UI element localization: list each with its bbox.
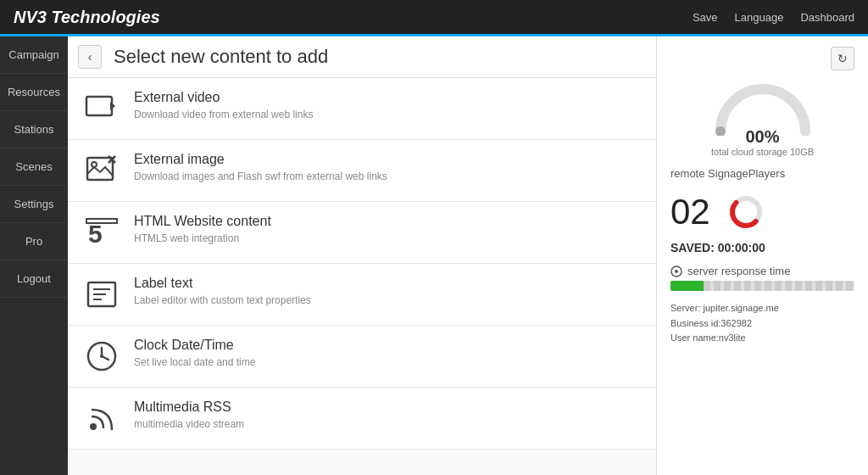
item-title: Label text: [134, 276, 311, 291]
remote-row: 02: [670, 193, 854, 231]
item-title: Multimedia RSS: [134, 400, 244, 415]
external-image-icon: [83, 152, 120, 189]
sidebar-item-campaign[interactable]: Campaign: [0, 36, 68, 74]
server-response-rest: [704, 281, 854, 291]
item-text: Label text Label editor with custom text…: [134, 276, 311, 306]
item-desc: Download video from external web links: [134, 109, 313, 120]
layout: Campaign Resources Stations Scenes Setti…: [0, 36, 868, 475]
app-logo: NV3 Technologies: [14, 8, 160, 27]
remote-signage-label: remote SignagePlayers: [670, 167, 854, 180]
server-response-fill: [670, 281, 704, 291]
storage-gauge: 00% total cloud storage 10GB: [670, 81, 854, 157]
item-text: Multimedia RSS multimedia video stream: [134, 400, 244, 430]
list-item[interactable]: 5 HTML Website content HTML5 web integra…: [68, 202, 656, 264]
sidebar-item-resources[interactable]: Resources: [0, 74, 68, 111]
right-panel: ↻ 00% total cloud storage 10GB remote Si…: [656, 36, 868, 475]
save-nav-link[interactable]: Save: [693, 11, 718, 24]
server-info: Server: jupiter.signage.me Business id:3…: [670, 301, 854, 346]
external-video-icon: [83, 90, 120, 127]
svg-point-13: [100, 355, 103, 358]
top-nav: NV3 Technologies Save Language Dashboard: [0, 0, 868, 34]
sidebar-item-pro[interactable]: Pro: [0, 223, 68, 260]
storage-label: total cloud storage 10GB: [711, 147, 814, 157]
server-response-bar: [670, 281, 854, 291]
item-text: Clock Date/Time Set live local date and …: [134, 338, 255, 368]
remote-count: 02: [670, 194, 710, 230]
signage-status-icon: [727, 193, 765, 231]
back-button[interactable]: ‹: [78, 45, 102, 69]
html5-icon: 5: [83, 214, 120, 251]
sidebar-item-logout[interactable]: Logout: [0, 260, 68, 298]
clock-icon: [83, 338, 120, 375]
svg-rect-0: [86, 97, 112, 115]
svg-point-14: [90, 423, 97, 430]
item-title: HTML Website content: [134, 214, 271, 229]
sidebar-item-settings[interactable]: Settings: [0, 186, 68, 223]
item-desc: Label editor with custom text properties: [134, 294, 311, 306]
server-icon: [670, 265, 682, 277]
list-item[interactable]: External image Download images and Flash…: [68, 140, 656, 202]
item-desc: HTML5 web integration: [134, 232, 271, 244]
item-title: External video: [134, 90, 313, 105]
dashboard-nav-link[interactable]: Dashboard: [800, 11, 854, 24]
item-text: External video Download video from exter…: [134, 90, 313, 120]
nav-links: Save Language Dashboard: [693, 11, 854, 24]
item-title: Clock Date/Time: [134, 338, 255, 353]
server-response-section: server response time: [670, 265, 854, 291]
main-panel: ‹ Select new content to add External vid…: [68, 36, 656, 475]
rss-icon: [83, 400, 120, 437]
item-text: HTML Website content HTML5 web integrati…: [134, 214, 271, 244]
item-text: External image Download images and Flash…: [134, 152, 387, 182]
refresh-button[interactable]: ↻: [831, 47, 854, 70]
sidebar: Campaign Resources Stations Scenes Setti…: [0, 36, 68, 475]
user-name: User name:nv3lite: [670, 331, 854, 346]
server-address: Server: jupiter.signage.me: [670, 301, 854, 316]
label-text-icon: [83, 276, 120, 313]
sidebar-item-stations[interactable]: Stations: [0, 111, 68, 148]
item-desc: Set live local date and time: [134, 356, 255, 368]
list-item[interactable]: Clock Date/Time Set live local date and …: [68, 326, 656, 388]
item-desc: multimedia video stream: [134, 418, 244, 430]
list-item[interactable]: Multimedia RSS multimedia video stream: [68, 388, 656, 450]
svg-point-3: [92, 162, 97, 167]
sidebar-item-scenes[interactable]: Scenes: [0, 148, 68, 186]
server-response-label: server response time: [670, 265, 854, 277]
svg-point-18: [675, 270, 678, 273]
content-list: External video Download video from exter…: [68, 78, 656, 475]
page-title: Select new content to add: [114, 46, 328, 68]
item-desc: Download images and Flash swf from exter…: [134, 170, 387, 182]
business-id: Business id:362982: [670, 316, 854, 332]
storage-percent: 00%: [711, 127, 814, 147]
item-title: External image: [134, 152, 387, 167]
language-nav-link[interactable]: Language: [735, 11, 784, 24]
list-item[interactable]: Label text Label editor with custom text…: [68, 264, 656, 326]
list-item[interactable]: External video Download video from exter…: [68, 78, 656, 140]
main-toolbar: ‹ Select new content to add: [68, 36, 656, 78]
saved-label: SAVED: 00:00:00: [670, 241, 854, 254]
